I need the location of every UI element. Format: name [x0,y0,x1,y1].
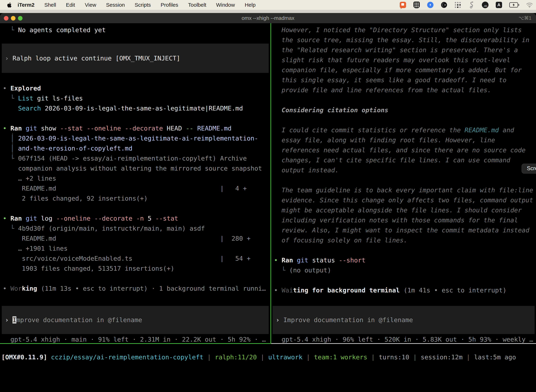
desktop-background [0,10,536,13]
menu-item-toolbelt[interactable]: Toolbelt [188,2,206,8]
left-model-status-line: gpt-5.4 xhigh · main · 91% left · 2.31M … [0,334,270,344]
wifi-icon[interactable] [526,2,533,8]
agents-summary-line: └ No agents completed yet [0,25,270,35]
menu-items: iTerm2 Shell Edit View Session Scripts P… [18,2,255,8]
dots-grid-icon[interactable] [455,2,461,8]
screen-tooltip: Scre [522,164,536,173]
menu-item-scripts[interactable]: Scripts [135,2,151,8]
window-title: omx --xhigh --madmax [0,13,536,23]
right-agent-transcript: However, I noticed the "Directory Struct… [271,25,536,295]
left-agent-transcript: • Explored └ List git ls-files Search 20… [0,83,270,294]
left-agent-pane[interactable]: └ No agents completed yet › Ralph loop a… [0,23,270,345]
menu-item-view[interactable]: View [85,2,96,8]
menu-item-iterm2[interactable]: iTerm2 [18,2,34,8]
terminal-content: └ No agents completed yet › Ralph loop a… [0,23,536,392]
pane-divider[interactable] [270,23,271,344]
screen: { "menubar": { "items": ["iTerm2", "Shel… [0,0,536,392]
battery-icon[interactable] [509,2,519,8]
menu-item-profiles[interactable]: Profiles [161,2,178,8]
omx-session-status-bar: [OMX#0.11.9] cczip/essay/ai-reimplementa… [0,344,536,392]
ralph-loop-banner: › Ralph loop active continue [OMX_TMUX_I… [2,44,269,73]
menu-item-session[interactable]: Session [106,2,125,8]
gauge-icon[interactable]: ..61 [482,2,488,8]
tree-guide-line [12,133,13,159]
menu-bar: iTerm2 Shell Edit View Session Scripts P… [0,0,536,10]
left-prompt-input[interactable]: › Improve documentation in @filename [2,306,269,334]
menu-item-shell[interactable]: Shell [44,2,56,8]
menu-item-window[interactable]: Window [216,2,235,8]
apple-logo-icon[interactable] [7,2,13,8]
window-shortcut-badge: ⌥⌘1 [519,13,531,23]
screen-record-icon[interactable] [400,2,406,8]
menu-bar-status-icons: ..61 A [400,0,533,10]
squiggle-icon[interactable] [468,2,475,8]
badge-icon[interactable] [427,2,434,8]
a-app-icon[interactable]: A [496,2,502,8]
right-model-status-line: gpt-5.4 xhigh · 96% left · 520K in · 5.8… [271,334,536,344]
right-agent-pane[interactable]: However, I noticed the "Directory Struct… [271,23,536,345]
menu-item-help[interactable]: Help [245,2,256,8]
menu-item-edit[interactable]: Edit [66,2,75,8]
right-prompt-input[interactable]: › Improve documentation in @filename [273,306,535,334]
keyboard-icon[interactable] [413,2,420,8]
moon-app-icon[interactable] [441,2,447,8]
